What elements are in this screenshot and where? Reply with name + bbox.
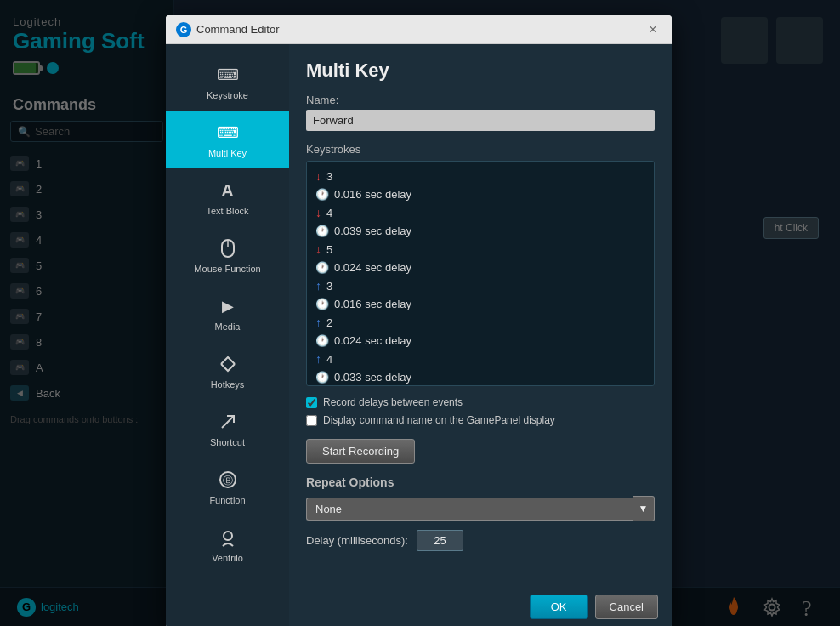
up-arrow-icon: ↑ — [315, 279, 321, 293]
media-icon: ▶ — [216, 294, 240, 318]
dialog-title: Command Editor — [196, 23, 280, 36]
clock-icon: 🕐 — [315, 261, 329, 274]
dialog-content-panel: Multi Key Name: Keystrokes ↓3🕐0.016 sec … — [289, 44, 672, 626]
keystroke-item: ↓4 — [310, 203, 650, 222]
cmd-type-ventrilo[interactable]: Ventrilo — [166, 515, 289, 573]
svg-point-4 — [224, 532, 232, 540]
repeat-select-arrow-icon: ▼ — [633, 496, 655, 521]
display-name-label: Display command name on the GamePanel di… — [323, 414, 555, 426]
textblock-icon: A — [216, 179, 240, 202]
dialog-footer: OK Cancel — [289, 586, 672, 626]
function-icon: Ⓑ — [216, 468, 240, 492]
keystroke-item: 🕐0.024 sec delay — [310, 332, 650, 350]
ventrilo-icon — [216, 526, 240, 549]
dialog-titlebar: G Command Editor × — [166, 15, 672, 44]
record-delays-row: Record delays between events — [306, 396, 655, 408]
ok-button[interactable]: OK — [530, 595, 588, 619]
dialog-close-button[interactable]: × — [644, 21, 661, 38]
keystroke-item: 🕐0.024 sec delay — [310, 259, 650, 276]
cancel-button[interactable]: Cancel — [595, 595, 658, 619]
cmd-type-keystroke[interactable]: ⌨ Keystroke — [166, 53, 289, 111]
keystroke-item: ↓3 — [310, 167, 650, 185]
keystroke-item: 🕐0.033 sec delay — [310, 368, 650, 386]
delay-input[interactable] — [417, 530, 463, 551]
repeat-select[interactable]: None While held Toggle Repeat — [306, 498, 633, 521]
keystroke-item: ↑3 — [310, 276, 650, 295]
name-input[interactable] — [306, 110, 655, 131]
display-name-checkbox[interactable] — [306, 415, 317, 426]
delay-label: Delay (milliseconds): — [306, 534, 408, 547]
mousefunction-icon — [216, 236, 240, 260]
up-arrow-icon: ↑ — [315, 352, 321, 366]
cmd-type-hotkeys[interactable]: Hotkeys — [166, 342, 289, 400]
cmd-type-textblock[interactable]: A Text Block — [166, 168, 289, 226]
keystroke-item: 🕐0.039 sec delay — [310, 222, 650, 240]
clock-icon: 🕐 — [315, 225, 329, 237]
hotkeys-icon — [216, 352, 240, 376]
cmd-type-media[interactable]: ▶ Media — [166, 284, 289, 342]
down-arrow-icon: ↓ — [315, 206, 321, 219]
svg-text:Ⓑ: Ⓑ — [223, 475, 233, 487]
keystroke-item: ↑2 — [310, 313, 650, 332]
keystroke-icon: ⌨ — [216, 63, 240, 87]
command-editor-dialog: G Command Editor × ⌨ Keystroke ⌨ Multi K… — [166, 15, 672, 626]
dialog-logo-icon: G — [176, 22, 191, 37]
dialog-body: ⌨ Keystroke ⌨ Multi Key A Text Block Mou… — [166, 44, 672, 626]
cmd-type-mousefunction[interactable]: Mouse Function — [166, 226, 289, 284]
cmd-type-multikey[interactable]: ⌨ Multi Key — [166, 111, 289, 168]
name-label: Name: — [306, 94, 655, 106]
start-recording-button[interactable]: Start Recording — [306, 439, 415, 464]
multikey-heading: Multi Key — [306, 60, 655, 82]
dialog-title-left: G Command Editor — [176, 22, 280, 37]
repeat-options-label: Repeat Options — [306, 475, 655, 489]
cmd-type-function[interactable]: Ⓑ Function — [166, 458, 289, 515]
keystrokes-label: Keystrokes — [306, 143, 655, 156]
clock-icon: 🕐 — [315, 371, 329, 384]
down-arrow-icon: ↓ — [315, 242, 321, 256]
keystroke-item: 🕐0.016 sec delay — [310, 185, 650, 203]
clock-icon: 🕐 — [315, 334, 329, 347]
up-arrow-icon: ↑ — [315, 316, 321, 329]
clock-icon: 🕐 — [315, 188, 329, 201]
shortcut-icon — [216, 410, 240, 434]
repeat-select-row: None While held Toggle Repeat ▼ — [306, 496, 655, 521]
clock-icon: 🕐 — [315, 298, 329, 310]
record-delays-checkbox[interactable] — [306, 397, 317, 408]
keystrokes-list[interactable]: ↓3🕐0.016 sec delay↓4🕐0.039 sec delay↓5🕐0… — [306, 161, 655, 386]
keystroke-item: 🕐0.016 sec delay — [310, 295, 650, 313]
keystroke-item: ↓5 — [310, 240, 650, 259]
delay-row: Delay (milliseconds): — [306, 530, 655, 551]
display-name-row: Display command name on the GamePanel di… — [306, 414, 655, 426]
multikey-icon: ⌨ — [216, 121, 240, 145]
keystroke-item: ↑4 — [310, 350, 650, 368]
down-arrow-icon: ↓ — [315, 169, 321, 183]
dialog-command-types: ⌨ Keystroke ⌨ Multi Key A Text Block Mou… — [166, 44, 289, 626]
cmd-type-shortcut[interactable]: Shortcut — [166, 400, 289, 458]
record-delays-label: Record delays between events — [323, 396, 463, 408]
